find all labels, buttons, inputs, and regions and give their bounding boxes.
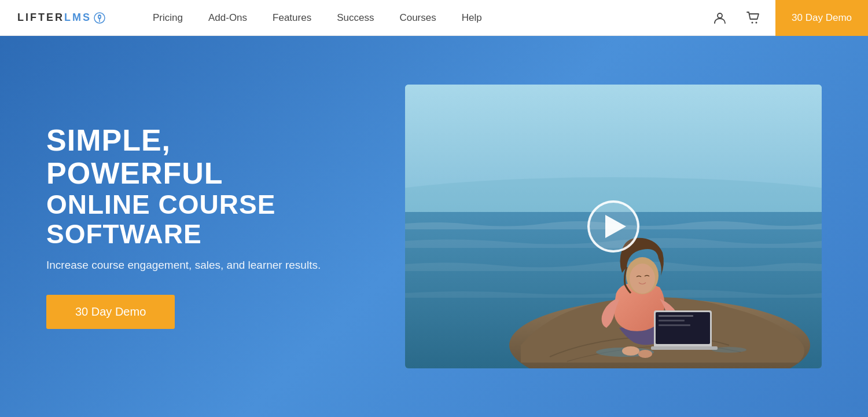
svg-rect-16 [656, 312, 710, 344]
site-header: LIFTERLMS Pricing Add-Ons Features Succe… [0, 0, 868, 36]
user-icon[interactable] [708, 0, 731, 36]
hero-headline-2: ONLINE COURSE SOFTWARE [46, 190, 336, 248]
logo-lifter: LIFTER [17, 12, 64, 23]
nav-demo-button[interactable]: 30 Day Demo [775, 0, 868, 36]
nav-courses[interactable]: Courses [387, 0, 448, 36]
site-logo[interactable]: LIFTERLMS [17, 12, 105, 24]
hero-subtext: Increase course engagement, sales, and l… [46, 259, 336, 272]
svg-rect-18 [659, 320, 685, 321]
svg-point-21 [622, 346, 639, 356]
svg-rect-19 [659, 324, 690, 326]
nav-features[interactable]: Features [260, 0, 324, 36]
nav-pricing[interactable]: Pricing [140, 0, 196, 36]
hero-headline-1: SIMPLE, POWERFUL [46, 124, 336, 190]
nav-icon-group: 30 Day Demo [708, 0, 868, 36]
svg-point-14 [630, 264, 655, 294]
play-triangle-icon [605, 215, 626, 238]
logo-text: LIFTERLMS [17, 12, 91, 24]
nav-addons[interactable]: Add-Ons [196, 0, 260, 36]
hero-section: SIMPLE, POWERFUL ONLINE COURSE SOFTWARE … [0, 36, 868, 417]
logo-lms: LMS [64, 12, 91, 23]
cart-icon[interactable] [742, 0, 765, 36]
svg-rect-20 [651, 346, 718, 350]
hero-video-thumbnail[interactable] [405, 85, 822, 368]
svg-point-6 [756, 21, 757, 23]
svg-point-4 [718, 13, 722, 18]
nav-help[interactable]: Help [449, 0, 495, 36]
nav-success[interactable]: Success [324, 0, 387, 36]
logo-pin-icon [94, 12, 105, 24]
hero-text-content: SIMPLE, POWERFUL ONLINE COURSE SOFTWARE … [0, 124, 336, 330]
svg-point-3 [99, 16, 101, 17]
video-play-button[interactable] [587, 200, 639, 253]
svg-rect-17 [659, 315, 693, 317]
svg-point-22 [638, 350, 652, 358]
svg-point-5 [752, 21, 753, 23]
hero-demo-button[interactable]: 30 Day Demo [46, 295, 175, 329]
video-background [405, 85, 822, 368]
main-nav: Pricing Add-Ons Features Success Courses… [140, 0, 868, 36]
